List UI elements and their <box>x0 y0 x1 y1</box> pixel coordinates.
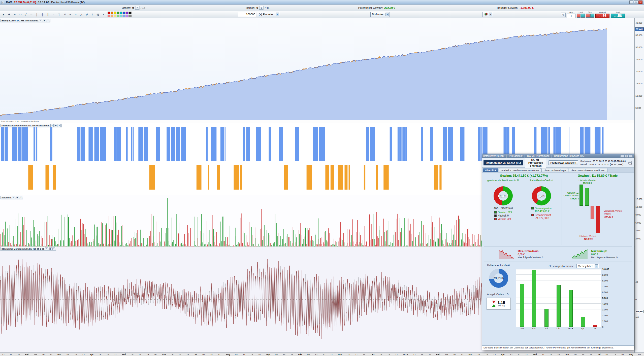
panel-settings-icon[interactable]: ▣ <box>49 247 52 250</box>
buy-stop-button[interactable] <box>590 14 594 18</box>
pencil-icon[interactable]: ✎ <box>50 124 54 127</box>
report-tab[interactable]: Überblick <box>483 168 498 172</box>
timeframe-select[interactable]: 5 Minuten ▾ <box>370 12 390 17</box>
arrow-tool[interactable]: ↗ <box>62 12 67 17</box>
dialog-maximize-button[interactable]: □ <box>625 155 628 158</box>
legend-label: Verlust: 294 <box>498 217 511 221</box>
dialog-close-button[interactable]: × <box>629 155 633 158</box>
triangle-tool[interactable]: △ <box>79 12 84 17</box>
horizontal-line-tool[interactable]: ─ <box>29 12 34 17</box>
sell-button[interactable]: 12.5 56 <box>595 14 609 18</box>
color-swatch[interactable] <box>114 12 116 14</box>
trendline-tool[interactable]: ╱ <box>23 12 28 17</box>
buy-button[interactable]: 12.5 58 <box>611 14 625 18</box>
order-settings-icon[interactable]: ✎ <box>561 13 566 17</box>
compare-tool[interactable]: ⇄ <box>84 12 89 17</box>
cross-tool[interactable]: ┼ <box>40 12 45 17</box>
fibonacci-tool[interactable]: ≡ <box>51 12 56 17</box>
drawing-toolbar: ►⊕⌖▭╱─│┼∥≡T↗≈○△⇄ƒ%× (x) Einheiten ▾ 5 Mi… <box>0 11 644 18</box>
sell-limit-button[interactable] <box>577 14 581 18</box>
panel-close-icon[interactable]: × <box>20 196 22 199</box>
wave-tool[interactable]: ≈ <box>68 12 73 17</box>
axis-tick: 8.000 <box>602 279 608 282</box>
pencil-icon[interactable]: ✎ <box>39 19 42 22</box>
date-label: 22 <box>395 353 398 356</box>
pencil-icon[interactable]: ✎ <box>45 247 48 250</box>
report-tab[interactable]: Statistik - Geschlossene Positionen <box>499 168 541 172</box>
window-minimize-button[interactable]: ─ <box>629 1 633 4</box>
orders-list-icon[interactable]: ≡ <box>135 6 139 10</box>
color-swatch[interactable] <box>111 12 113 14</box>
color-swatch[interactable] <box>117 15 119 17</box>
zoom-tool[interactable]: ⊕ <box>7 12 12 17</box>
color-swatch[interactable] <box>117 12 119 14</box>
position-detail-icon[interactable]: ⊕ <box>259 6 264 10</box>
orders-per-day-value: 3,15 <box>498 300 505 305</box>
color-swatch[interactable] <box>123 15 125 17</box>
dialog-minimize-button[interactable]: ─ <box>620 155 624 158</box>
sell-stop-button[interactable] <box>586 14 590 18</box>
report-tab[interactable]: Liste - Orderaufträge <box>541 168 568 172</box>
color-swatch[interactable] <box>126 12 128 14</box>
performance-x-axis: JanAprJulOkt2018AprJul <box>516 327 601 330</box>
function-tool[interactable]: ƒ <box>90 12 95 17</box>
separator: │ <box>524 155 526 157</box>
panel-close-icon[interactable]: × <box>58 124 61 127</box>
quantity-input[interactable] <box>238 12 256 17</box>
separator: │ <box>551 155 553 157</box>
color-swatch[interactable] <box>123 12 125 14</box>
date-label: 15 <box>582 353 584 356</box>
report-tab[interactable]: Liste - Geschlossene Positionen <box>569 168 607 172</box>
buy-price: 58 <box>618 14 622 17</box>
time-axis[interactable]: 121926Feb091623Mär091623Apr061321Mai0512… <box>0 352 644 356</box>
dialog-titlebar[interactable]: Detaillierter Bericht │ ProBacktest │ DC… <box>482 154 634 158</box>
symbol-dropdown-icon[interactable]: ▾ <box>2 1 4 4</box>
chart-type-select[interactable]: ▾ <box>482 12 493 17</box>
window-titlebar[interactable]: ▾ DAX 12.557,5 (-0,01%) 18:19:03 Deutsch… <box>0 0 644 5</box>
eraser-tool[interactable]: ▭ <box>18 12 23 17</box>
panel-settings-icon[interactable]: ▣ <box>43 19 46 22</box>
volume-panel-title: Volumen <box>2 196 11 199</box>
performance-period-select[interactable]: Vierteljährlich ▾ <box>576 264 599 268</box>
window-close-button[interactable]: × <box>638 1 642 4</box>
color-swatch[interactable] <box>111 15 113 17</box>
color-swatch[interactable] <box>129 12 132 14</box>
modify-backtest-button[interactable]: ProBacktest verändern <box>548 160 578 165</box>
equity-panel[interactable]: Equity-Kurve: DC-M5-Prorealcode ✎▣× <box>0 18 634 120</box>
color-swatch[interactable] <box>108 15 110 17</box>
color-swatch[interactable] <box>114 15 116 17</box>
color-swatch[interactable] <box>129 15 132 17</box>
cursor-tool[interactable]: ► <box>1 12 6 17</box>
report-body: Gewinn: 35.441,50 € (+1.772,07%) Gewinn … <box>482 172 634 350</box>
unit-select[interactable]: (x) Einheiten ▾ <box>257 12 280 17</box>
print-icon[interactable] <box>628 161 632 165</box>
text-tool[interactable]: T <box>56 12 62 17</box>
date-label: 06 <box>606 353 608 356</box>
panel-settings-icon[interactable]: ▣ <box>16 196 19 199</box>
pencil-icon[interactable]: ✎ <box>12 196 15 199</box>
panel-close-icon[interactable]: × <box>47 19 49 22</box>
axis-tick: Jul <box>591 327 599 330</box>
ellipse-tool[interactable]: ○ <box>73 12 78 17</box>
win-rate-value: 52,81% <box>494 186 513 205</box>
extreme-bar <box>585 188 589 206</box>
price-axis[interactable]: 40.00035.00030.00025.00020.00015.00010.0… <box>634 18 644 352</box>
panel-settings-icon[interactable]: ▣ <box>54 124 58 127</box>
channel-tool[interactable]: ∥ <box>45 12 51 17</box>
percent-tool[interactable]: % <box>95 12 101 17</box>
color-swatch[interactable] <box>108 12 110 14</box>
crosshair-tool[interactable]: ⌖ <box>12 12 17 17</box>
color-swatch[interactable] <box>120 15 122 17</box>
detailed-report-dialog: Detaillierter Bericht │ ProBacktest │ DC… <box>482 154 634 350</box>
color-swatch[interactable] <box>126 15 128 17</box>
color-swatch[interactable] <box>120 12 122 14</box>
drawdown-sparkline-icon <box>498 249 514 259</box>
delete-drawing-tool[interactable]: × <box>101 12 106 17</box>
date-label: 16 <box>42 353 45 356</box>
vertical-line-tool[interactable]: │ <box>34 12 40 17</box>
date-label: 12 <box>413 353 416 356</box>
buy-limit-button[interactable] <box>581 14 585 18</box>
order-quantity-input[interactable] <box>567 14 575 18</box>
panel-close-icon[interactable]: × <box>52 247 55 250</box>
window-maximize-button[interactable]: □ <box>634 1 638 4</box>
